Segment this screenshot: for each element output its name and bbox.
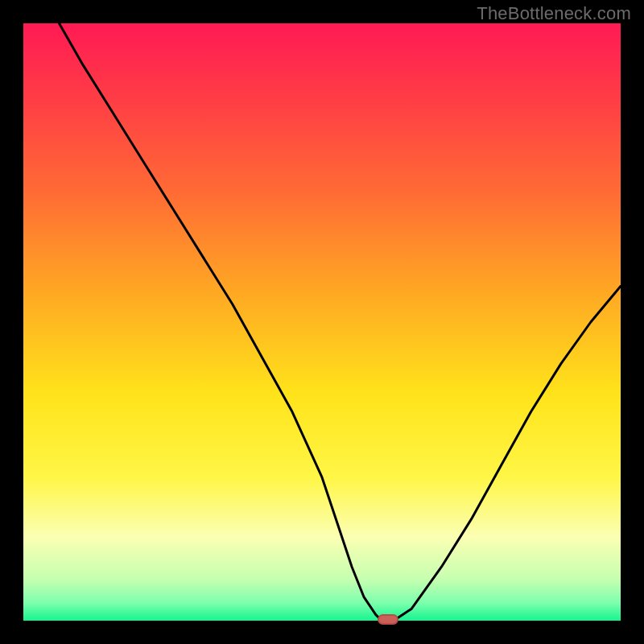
optimal-marker	[378, 614, 398, 625]
chart-frame: TheBottleneck.com	[0, 0, 644, 644]
plot-area	[23, 23, 621, 621]
watermark-text: TheBottleneck.com	[477, 3, 631, 24]
plot-svg	[23, 23, 621, 621]
